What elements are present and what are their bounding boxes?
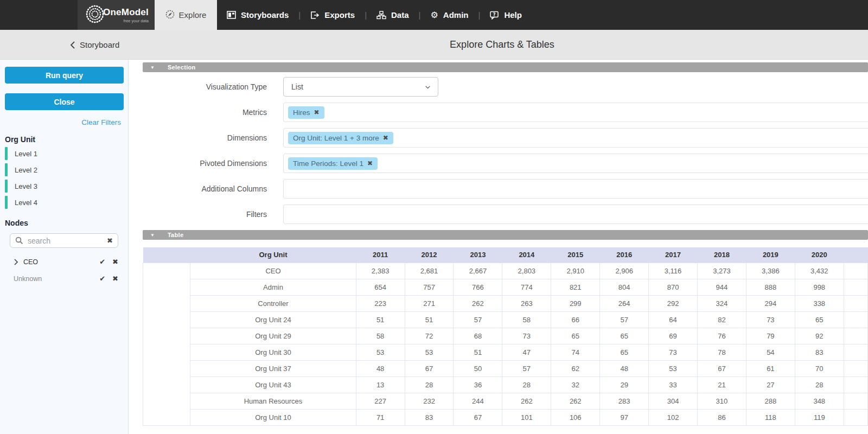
extra-cell bbox=[844, 360, 867, 376]
column-header[interactable]: 2015 bbox=[551, 247, 600, 263]
logo-tagline: free your data bbox=[124, 18, 149, 23]
check-icon[interactable]: ✔ bbox=[99, 275, 105, 283]
node-row-ceo[interactable]: CEO✔✖ bbox=[14, 253, 118, 270]
sidebar-item-level-2[interactable]: Level 2 bbox=[5, 163, 123, 176]
table-row: Controller223271262263299264292324294338 bbox=[143, 295, 868, 311]
visualization-type-label: Visualization Type bbox=[143, 82, 267, 91]
page-title: Explore Charts & Tables bbox=[136, 30, 868, 60]
tab-explore-label: Explore bbox=[179, 10, 207, 20]
value-cell: 106 bbox=[551, 409, 600, 425]
sidebar-item-level-1[interactable]: Level 1 bbox=[5, 147, 123, 160]
remove-tag-icon[interactable]: ✖ bbox=[367, 159, 373, 167]
column-header[interactable]: 2014 bbox=[502, 247, 551, 263]
table-row: CEO2,3832,6812,6672,8032,9102,9063,1163,… bbox=[143, 263, 868, 279]
onemodel-logo[interactable]: OneModel free your data bbox=[78, 0, 155, 30]
org-unit-cell: Org Unit 24 bbox=[190, 311, 356, 328]
org-unit-cell: Controller bbox=[190, 295, 356, 311]
filters-field[interactable] bbox=[283, 205, 868, 224]
visualization-type-select[interactable]: List bbox=[283, 77, 438, 97]
chevron-right-icon[interactable] bbox=[14, 258, 18, 266]
column-header[interactable]: 2012 bbox=[405, 247, 454, 263]
value-cell: 65 bbox=[600, 344, 649, 360]
column-header[interactable]: 2017 bbox=[649, 247, 698, 263]
value-cell: 51 bbox=[405, 311, 454, 328]
clear-filters-link[interactable]: Clear Filters bbox=[5, 118, 121, 126]
node-row-unknown[interactable]: Unknown✔✖ bbox=[14, 270, 118, 287]
value-cell: 244 bbox=[454, 393, 502, 409]
selection-section-header[interactable]: ▼ Selection bbox=[143, 62, 868, 72]
nodes-heading: Nodes bbox=[5, 219, 123, 227]
column-header[interactable]: 2020 bbox=[795, 247, 844, 263]
extra-cell bbox=[844, 344, 867, 360]
value-cell: 2,667 bbox=[454, 263, 502, 279]
column-header[interactable]: 2019 bbox=[746, 247, 795, 263]
value-cell: 57 bbox=[502, 360, 551, 376]
value-cell: 48 bbox=[600, 360, 649, 376]
remove-icon[interactable]: ✖ bbox=[112, 258, 118, 266]
value-cell: 73 bbox=[502, 328, 551, 344]
dimensions-field[interactable]: Org Unit: Level 1 + 3 more✖ bbox=[283, 128, 868, 148]
tab-exports[interactable]: Exports bbox=[301, 0, 365, 30]
column-header[interactable]: 2011 bbox=[356, 247, 405, 263]
value-cell: 82 bbox=[698, 311, 746, 328]
value-cell: 292 bbox=[649, 295, 698, 311]
tab-admin[interactable]: ⚙ Admin bbox=[420, 0, 478, 30]
column-header[interactable]: Org Unit bbox=[190, 247, 356, 263]
metrics-field[interactable]: Hires✖ bbox=[283, 103, 868, 122]
pivoted-dimensions-field[interactable]: Time Periods: Level 1✖ bbox=[283, 154, 868, 173]
back-to-storyboard-button[interactable]: Storyboard bbox=[69, 30, 119, 60]
remove-icon[interactable]: ✖ bbox=[112, 275, 118, 283]
value-cell: 324 bbox=[698, 295, 746, 311]
run-query-button[interactable]: Run query bbox=[5, 67, 124, 84]
value-cell: 67 bbox=[405, 360, 454, 376]
level-label: Level 2 bbox=[15, 166, 37, 174]
value-cell: 69 bbox=[649, 328, 698, 344]
tag-label: Time Periods: Level 1 bbox=[293, 159, 363, 168]
remove-tag-icon[interactable]: ✖ bbox=[314, 108, 320, 116]
node-search-input[interactable] bbox=[28, 237, 107, 245]
tab-help-label: Help bbox=[504, 10, 522, 20]
value-cell: 64 bbox=[649, 311, 698, 328]
extra-cell bbox=[844, 328, 867, 344]
sidebar-item-level-3[interactable]: Level 3 bbox=[5, 180, 123, 193]
value-cell: 86 bbox=[698, 409, 746, 425]
org-unit-cell: CEO bbox=[190, 263, 356, 279]
tab-data[interactable]: Data bbox=[367, 0, 419, 30]
table-header-row: Org Unit20112012201320142015201620172018… bbox=[143, 247, 868, 263]
value-cell: 57 bbox=[454, 311, 502, 328]
tab-storyboards[interactable]: Storyboards bbox=[217, 0, 298, 30]
additional-columns-field[interactable] bbox=[283, 179, 868, 199]
value-cell: 21 bbox=[698, 376, 746, 393]
column-header[interactable]: 2016 bbox=[600, 247, 649, 263]
search-clear-icon[interactable]: ✖ bbox=[107, 237, 113, 245]
table-section-title: Table bbox=[168, 232, 183, 238]
value-cell: 62 bbox=[551, 360, 600, 376]
table-row: Org Unit 3053535147746573785483 bbox=[143, 344, 868, 360]
value-cell: 29 bbox=[600, 376, 649, 393]
metrics-label: Metrics bbox=[143, 108, 267, 117]
dimensions-label: Dimensions bbox=[143, 133, 267, 142]
value-cell: 2,383 bbox=[356, 263, 405, 279]
sidebar-item-level-4[interactable]: Level 4 bbox=[5, 196, 123, 209]
close-button[interactable]: Close bbox=[5, 93, 124, 110]
value-cell: 348 bbox=[795, 393, 844, 409]
extra-cell bbox=[844, 279, 867, 295]
value-cell: 2,803 bbox=[502, 263, 551, 279]
value-cell: 757 bbox=[405, 279, 454, 295]
tab-explore[interactable]: Explore bbox=[155, 0, 217, 30]
value-cell: 32 bbox=[551, 376, 600, 393]
value-cell: 888 bbox=[746, 279, 795, 295]
top-navigation-bar: OneModel free your data Explore Storyboa… bbox=[0, 0, 868, 30]
extra-cell bbox=[844, 311, 867, 328]
value-cell: 58 bbox=[356, 328, 405, 344]
value-cell: 28 bbox=[502, 376, 551, 393]
tab-exports-label: Exports bbox=[324, 10, 355, 20]
check-icon[interactable]: ✔ bbox=[99, 258, 105, 266]
column-header[interactable]: 2013 bbox=[454, 247, 502, 263]
table-section-header[interactable]: ▼ Table bbox=[143, 230, 868, 240]
tab-help[interactable]: ? Help bbox=[480, 0, 532, 30]
column-header[interactable]: 2018 bbox=[698, 247, 746, 263]
value-cell: 101 bbox=[502, 409, 551, 425]
remove-tag-icon[interactable]: ✖ bbox=[383, 134, 388, 142]
filter-tag: Hires✖ bbox=[288, 106, 324, 119]
